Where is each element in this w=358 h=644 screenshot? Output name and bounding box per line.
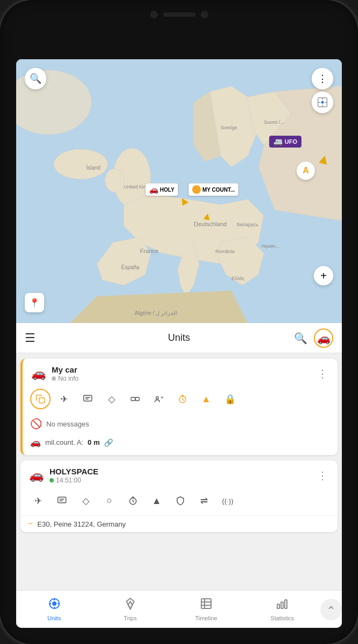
copy-action-button[interactable] [30, 389, 51, 409]
distance-value: 0 m [88, 438, 100, 446]
timeline-nav-label: Timeline [195, 615, 217, 621]
svg-text:Suomi /...: Suomi /... [264, 120, 284, 125]
holy-marker[interactable]: 🚗 HOLY [145, 183, 178, 196]
svg-rect-28 [136, 397, 139, 401]
swap-action-btn-h[interactable]: ⇌ [194, 491, 214, 511]
nav-item-trips[interactable]: Trips [92, 597, 168, 621]
signal-action-btn-h[interactable]: ((·)) [217, 491, 238, 511]
svg-rect-48 [285, 600, 287, 608]
status-dot-online [50, 478, 54, 482]
svg-point-2 [54, 149, 108, 179]
circle-action-btn-h[interactable]: ○ [99, 491, 120, 511]
nav-action-btn-h[interactable]: ▲ [146, 491, 167, 511]
diamond-action-button[interactable]: ◇ [101, 389, 122, 409]
unit-more-button-my-car[interactable]: ⋮ [315, 365, 330, 382]
toolbar: ☰ Units 🔍 🚗 [16, 323, 342, 353]
svg-rect-42 [201, 599, 211, 608]
unit-more-button-holyspace[interactable]: ⋮ [315, 467, 330, 484]
phone-screen: Ísland United Kingdom Deutschland France… [16, 59, 342, 628]
page-title: Units [168, 332, 190, 344]
map-menu-button[interactable]: ⋮ [312, 68, 333, 89]
nav-action-button[interactable]: ▲ [196, 389, 216, 409]
svg-point-22 [321, 101, 324, 104]
camera-dot [150, 11, 158, 18]
unit-status-holyspace: 14:51:00 [50, 477, 310, 484]
nav-item-units[interactable]: Units [16, 597, 92, 621]
active-unit-icon[interactable]: 🚗 [314, 328, 333, 348]
svg-text:France: France [140, 248, 158, 254]
unit-header-holyspace: 🚗 HOLYSPACE 14:51:00 ⋮ [20, 460, 338, 486]
bottom-nav: Units Trips [16, 590, 342, 628]
unit-card-holyspace: 🚗 HOLYSPACE 14:51:00 ⋮ ✈ [20, 460, 338, 532]
content-area: 🚗 My car No info ⋮ [16, 353, 342, 590]
timer-action-button[interactable] [172, 389, 193, 409]
back-button[interactable] [320, 599, 342, 620]
address-text: E30, Peine 31224, Germany [37, 520, 125, 528]
list-action-btn-h[interactable] [52, 491, 72, 511]
no-messages-text: No messages [46, 420, 89, 428]
svg-point-4 [105, 169, 124, 192]
unit-status-my-car: No info [52, 375, 310, 382]
svg-point-36 [52, 601, 57, 606]
ufo-marker[interactable]: 🚐 UFO [269, 136, 301, 148]
phone-frame: Ísland United Kingdom Deutschland France… [0, 0, 358, 644]
person-link-action-button[interactable] [149, 389, 169, 409]
map-svg: Ísland United Kingdom Deutschland France… [16, 59, 342, 323]
unit-card-my-car: 🚗 My car No info ⋮ [20, 359, 338, 455]
svg-text:Algérie / الجزائر ل: Algérie / الجزائر ل [135, 310, 177, 317]
statistics-nav-label: Statistics [270, 615, 294, 621]
my-count-marker[interactable]: MY COUNT... [188, 183, 238, 196]
units-nav-icon [48, 597, 61, 613]
diamond-action-btn-h[interactable]: ◇ [75, 491, 96, 511]
map-search-button[interactable]: 🔍 [25, 68, 46, 89]
trips-nav-label: Trips [124, 615, 137, 621]
svg-text:Ελλάς: Ελλάς [231, 276, 245, 281]
action-row-my-car: ✈ ◇ [23, 384, 338, 414]
camera-dot-2 [201, 11, 208, 18]
svg-rect-46 [277, 604, 279, 608]
nav-item-timeline[interactable]: Timeline [169, 597, 244, 621]
timeline-nav-icon [200, 597, 213, 613]
plane-action-button[interactable]: ✈ [54, 389, 74, 409]
svg-rect-27 [131, 397, 136, 401]
no-messages-row: 🚫 No messages [23, 414, 338, 434]
address-row: ~ E30, Peine 31224, Germany [20, 515, 338, 532]
statistics-nav-icon [276, 597, 289, 613]
distance-label: mil.count. A: [45, 438, 83, 446]
svg-point-30 [156, 397, 159, 400]
trips-nav-icon [124, 597, 137, 613]
status-dot-offline [52, 376, 56, 381]
unit-name-my-car: My car [52, 365, 310, 374]
distance-row: 🚗 mil.count. A: 0 m 🔗 [23, 434, 338, 455]
svg-text:Беларусь: Беларусь [237, 222, 258, 227]
unit-icon-my-car: 🚗 [30, 366, 46, 382]
map-background: Ísland United Kingdom Deutschland France… [16, 59, 342, 323]
nav-button[interactable]: A [297, 162, 315, 180]
map-location-button[interactable] [312, 92, 333, 113]
unit-icon-holyspace: 🚗 [28, 467, 44, 484]
search-button[interactable]: 🔍 [294, 332, 307, 345]
nav-item-statistics[interactable]: Statistics [244, 597, 320, 621]
svg-rect-47 [281, 602, 283, 608]
plane-action-btn-h[interactable]: ✈ [28, 491, 48, 511]
distance-link-icon: 🔗 [104, 438, 113, 447]
unit-name-holyspace: HOLYSPACE [50, 467, 310, 476]
speaker [163, 12, 195, 17]
list-action-button[interactable] [78, 389, 98, 409]
svg-text:España: España [121, 264, 139, 270]
timer-action-btn-h[interactable] [123, 491, 143, 511]
unit-info-holyspace: HOLYSPACE 14:51:00 [50, 467, 310, 484]
lock-action-button[interactable]: 🔒 [220, 389, 240, 409]
svg-text:Sverige: Sverige [221, 125, 237, 130]
menu-button[interactable]: ☰ [25, 331, 36, 345]
svg-rect-24 [84, 395, 92, 401]
map-zoom-button[interactable]: + [314, 266, 333, 285]
unit-header-my-car: 🚗 My car No info ⋮ [23, 359, 338, 384]
svg-rect-32 [58, 497, 66, 503]
nav-arrow-3: ▲ [201, 209, 213, 223]
map-pin-button[interactable]: 📍 [25, 293, 44, 312]
unit-info-my-car: My car No info [52, 365, 310, 382]
svg-rect-23 [39, 398, 45, 403]
car-link-action-button[interactable] [125, 389, 145, 409]
shield-action-btn-h[interactable] [170, 491, 191, 511]
